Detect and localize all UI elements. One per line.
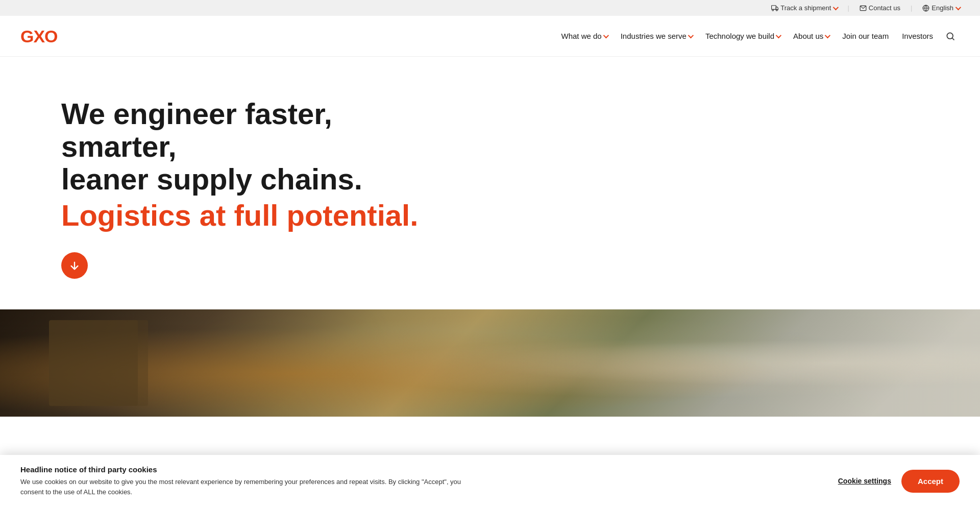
nav-link-investors[interactable]: Investors: [897, 28, 938, 44]
nav-item-technology: Technology we build: [700, 28, 785, 44]
nav-link-technology[interactable]: Technology we build: [700, 28, 785, 44]
contact-label: Contact us: [869, 4, 900, 12]
nav-link-what-we-do[interactable]: What we do: [556, 28, 612, 44]
nav-label-what-we-do: What we do: [561, 32, 601, 40]
svg-point-5: [947, 33, 953, 39]
language-label: English: [932, 4, 953, 12]
hero-image: [0, 309, 980, 417]
hero-headline: We engineer faster, smarter, leaner supp…: [61, 98, 419, 195]
svg-point-1: [772, 9, 774, 11]
about-chevron: [825, 32, 830, 38]
headline-line1: We engineer faster, smarter,: [61, 97, 332, 163]
separator2: |: [911, 4, 912, 12]
nav-item-about: About us: [788, 28, 834, 44]
hero-tagline: Logistics at full potential.: [61, 199, 419, 232]
hero-section: We engineer faster, smarter, leaner supp…: [0, 57, 980, 309]
svg-point-2: [776, 9, 778, 11]
headline-line2: leaner supply chains.: [61, 162, 362, 196]
mail-icon: [860, 5, 867, 12]
svg-rect-0: [772, 5, 776, 9]
nav-item-careers: Join our team: [837, 28, 894, 44]
nav-item-industries: Industries we serve: [616, 28, 697, 44]
nav-link-industries[interactable]: Industries we serve: [616, 28, 697, 44]
nav-label-technology: Technology we build: [705, 32, 774, 40]
nav-label-industries: Industries we serve: [621, 32, 687, 40]
logo[interactable]: GXO: [20, 28, 58, 45]
search-icon: [945, 31, 955, 41]
nav-links: What we do Industries we serve Technolog…: [556, 27, 960, 45]
nav-label-investors: Investors: [902, 32, 933, 40]
contact-us-link[interactable]: Contact us: [860, 4, 900, 12]
arrow-down-icon: [69, 260, 80, 271]
track-shipment-link[interactable]: Track a shipment: [771, 4, 837, 12]
globe-icon: [922, 5, 929, 12]
nav-label-about: About us: [793, 32, 823, 40]
main-navigation: GXO What we do Industries we serve Techn…: [0, 16, 980, 57]
separator: |: [847, 4, 849, 12]
nav-item-what-we-do: What we do: [556, 28, 612, 44]
industries-chevron: [688, 32, 694, 38]
scroll-down-button[interactable]: [61, 252, 88, 279]
track-shipment-label: Track a shipment: [780, 4, 831, 12]
language-selector[interactable]: English: [922, 4, 960, 12]
search-button[interactable]: [941, 27, 960, 45]
technology-chevron: [776, 32, 781, 38]
language-chevron-icon: [955, 4, 961, 10]
nav-item-investors: Investors: [897, 28, 938, 44]
nav-link-about[interactable]: About us: [788, 28, 834, 44]
track-icon: [771, 5, 778, 12]
top-bar: Track a shipment | Contact us | English: [0, 0, 980, 16]
nav-label-careers: Join our team: [842, 32, 889, 40]
nav-link-careers[interactable]: Join our team: [837, 28, 894, 44]
track-chevron-icon: [833, 4, 839, 10]
what-we-do-chevron: [603, 32, 608, 38]
nav-item-search: [941, 27, 960, 45]
